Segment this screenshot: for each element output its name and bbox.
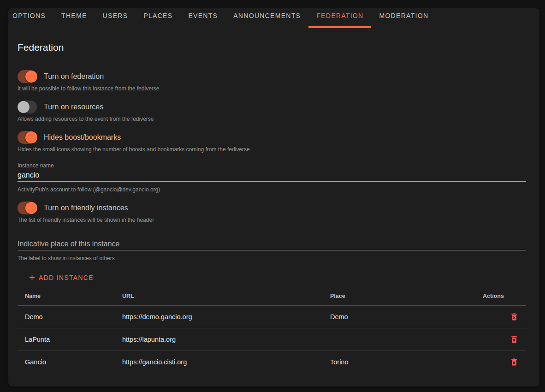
resources-toggle-label[interactable]: Turn on resources xyxy=(44,103,103,111)
instance-url-cell: https://gancio.cisti.org xyxy=(115,351,323,374)
delete-instance-button[interactable] xyxy=(509,335,519,344)
instance-table-row: Demo https://demo.gancio.org Demo xyxy=(18,306,526,328)
federation-settings-panel: Federation Turn on federation It will be… xyxy=(8,42,539,373)
trash-delete-forever-icon xyxy=(509,335,519,344)
friendly-instances-toggle-group: Turn on friendly instances The list of f… xyxy=(18,202,526,223)
resources-toggle-group: Turn on resources Allows adding resource… xyxy=(18,101,526,122)
instance-place-cell xyxy=(323,328,475,351)
trash-delete-forever-icon xyxy=(509,357,519,367)
tab-events[interactable]: EVENTS xyxy=(180,8,225,28)
admin-nav-tabs: OPTIONSTHEMEUSERSPLACESEVENTSANNOUNCEMEN… xyxy=(8,8,539,28)
instance-table-row: Gancio https://gancio.cisti.org Torino xyxy=(18,351,526,374)
tab-moderation[interactable]: MODERATION xyxy=(371,8,436,28)
instance-place-cell: Torino xyxy=(323,351,475,374)
hide-boost-toggle-label[interactable]: Hides boost/bookmarks xyxy=(44,133,121,142)
federation-toggle-label[interactable]: Turn on federation xyxy=(44,72,104,81)
page-title: Federation xyxy=(18,42,526,52)
hide-boost-toggle-hint: Hides the small icons showing the number… xyxy=(18,146,526,153)
toggle-thumb xyxy=(18,101,30,113)
instance-place-field-group: The label to show in instances of others xyxy=(18,240,526,261)
instance-name-cell: Demo xyxy=(18,306,115,328)
column-header-actions: Actions xyxy=(475,286,526,306)
instance-table-row: LaPunta https://lapunta.org xyxy=(18,328,526,351)
federation-toggle[interactable] xyxy=(18,70,37,83)
instance-place-cell: Demo xyxy=(323,306,475,328)
column-header-url: URL xyxy=(115,286,323,306)
plus-icon xyxy=(28,273,36,282)
column-header-place: Place xyxy=(323,286,475,306)
tab-federation[interactable]: FEDERATION xyxy=(308,8,371,28)
federation-toggle-hint: It will be possible to follow this insta… xyxy=(18,85,526,92)
instance-url-cell: https://lapunta.org xyxy=(115,328,323,351)
add-instance-button-label: ADD INSTANCE xyxy=(39,274,94,281)
hide-boost-toggle-group: Hides boost/bookmarks Hides the small ic… xyxy=(18,131,526,153)
friendly-instances-toggle-label[interactable]: Turn on friendly instances xyxy=(44,204,128,212)
instance-name-label: Instance name xyxy=(18,162,526,169)
add-instance-button[interactable]: ADD INSTANCE xyxy=(26,272,95,283)
tab-theme[interactable]: THEME xyxy=(53,8,95,28)
toggle-thumb xyxy=(25,202,37,214)
tab-places[interactable]: PLACES xyxy=(136,8,180,28)
instance-name-field-group: Instance name ActivityPub's account to f… xyxy=(18,162,526,193)
trash-delete-forever-icon xyxy=(509,312,519,321)
federation-toggle-group: Turn on federation It will be possible t… xyxy=(18,70,526,92)
delete-instance-button[interactable] xyxy=(509,357,519,367)
toggle-thumb xyxy=(25,131,37,143)
table-header-row: Name URL Place Actions xyxy=(18,286,526,306)
instance-name-hint: ActivityPub's account to follow (@gancio… xyxy=(18,186,526,193)
admin-panel-card: OPTIONSTHEMEUSERSPLACESEVENTSANNOUNCEMEN… xyxy=(8,8,539,386)
resources-toggle-hint: Allows adding resources to the event fro… xyxy=(18,116,526,122)
instance-name-cell: LaPunta xyxy=(18,328,115,351)
tab-options[interactable]: OPTIONS xyxy=(8,8,53,28)
delete-instance-button[interactable] xyxy=(509,312,519,321)
instance-name-cell: Gancio xyxy=(18,351,115,374)
tab-announcements[interactable]: ANNOUNCEMENTS xyxy=(225,8,308,28)
column-header-name: Name xyxy=(18,286,115,306)
toggle-thumb xyxy=(25,71,37,83)
instance-name-input[interactable] xyxy=(18,171,526,182)
instance-place-hint: The label to show in instances of others xyxy=(18,255,526,261)
resources-toggle[interactable] xyxy=(18,101,37,113)
instance-url-cell: https://demo.gancio.org xyxy=(115,306,323,328)
friendly-instances-toggle-hint: The list of friendly instances will be s… xyxy=(18,217,526,223)
friendly-instances-toggle[interactable] xyxy=(18,202,37,214)
instance-place-input[interactable] xyxy=(18,240,526,250)
tab-users[interactable]: USERS xyxy=(95,8,136,28)
instances-table: Name URL Place Actions Demo https://demo… xyxy=(18,286,526,373)
hide-boost-toggle[interactable] xyxy=(18,131,37,144)
